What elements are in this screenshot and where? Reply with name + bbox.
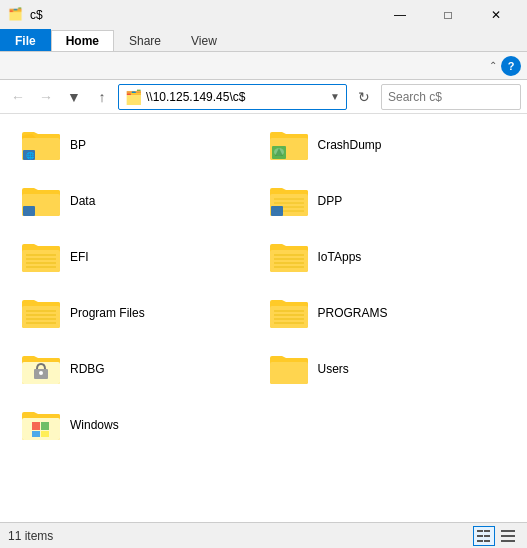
address-input[interactable] xyxy=(146,90,326,104)
folder-icon-dpp xyxy=(270,184,310,218)
svg-rect-27 xyxy=(270,250,308,272)
title-bar-left: 🗂️ c$ xyxy=(8,7,43,23)
content-area: 🌐 BP Crash xyxy=(0,114,527,522)
svg-rect-55 xyxy=(41,431,49,437)
address-row: ← → ▼ ↑ 🗂️ ▼ ↻ 🔍 xyxy=(0,80,527,114)
svg-rect-21 xyxy=(22,250,60,272)
folder-item-iotapps[interactable]: IoTApps xyxy=(264,236,464,278)
svg-rect-59 xyxy=(484,535,490,537)
search-input[interactable] xyxy=(388,90,527,104)
tab-share[interactable]: Share xyxy=(114,30,176,51)
address-folder-icon: 🗂️ xyxy=(125,89,142,105)
up-button[interactable]: ↑ xyxy=(90,85,114,109)
folder-label-users: Users xyxy=(318,362,349,376)
folder-item-programs[interactable]: PROGRAMS xyxy=(264,292,464,334)
folder-icon-data xyxy=(22,184,62,218)
svg-rect-49 xyxy=(270,362,308,384)
back-button[interactable]: ← xyxy=(6,85,30,109)
address-dropdown-icon[interactable]: ▼ xyxy=(330,91,340,102)
svg-rect-54 xyxy=(32,431,40,437)
tab-view[interactable]: View xyxy=(176,30,232,51)
svg-rect-39 xyxy=(270,306,308,328)
folder-label-crashdump: CrashDump xyxy=(318,138,382,152)
folder-label-rdbg: RDBG xyxy=(70,362,105,376)
folder-item-bp[interactable]: 🌐 BP xyxy=(16,124,216,166)
folder-label-bp: BP xyxy=(70,138,86,152)
svg-rect-58 xyxy=(477,535,483,537)
svg-text:🌐: 🌐 xyxy=(26,151,35,160)
status-item-count: 11 items xyxy=(8,529,53,543)
svg-rect-12 xyxy=(23,206,35,216)
tab-file[interactable]: File xyxy=(0,29,51,51)
svg-rect-52 xyxy=(32,422,40,430)
folder-label-dpp: DPP xyxy=(318,194,343,208)
window-controls: — □ ✕ xyxy=(377,0,519,30)
folder-icon-efi xyxy=(22,240,62,274)
svg-point-47 xyxy=(39,371,43,375)
folder-icon-users xyxy=(270,352,310,386)
svg-rect-64 xyxy=(501,540,515,542)
maximize-button[interactable]: □ xyxy=(425,0,471,30)
svg-rect-19 xyxy=(271,206,283,216)
file-list: 🌐 BP Crash xyxy=(0,114,527,522)
folder-item-users[interactable]: Users xyxy=(264,348,464,390)
folder-label-windows: Windows xyxy=(70,418,119,432)
refresh-button[interactable]: ↻ xyxy=(351,84,377,110)
svg-rect-61 xyxy=(484,540,490,542)
view-details-button[interactable] xyxy=(473,526,495,546)
folder-item-data[interactable]: Data xyxy=(16,180,216,222)
help-button[interactable]: ? xyxy=(501,56,521,76)
folder-icon-windows xyxy=(22,408,62,442)
folder-icon-programs xyxy=(270,296,310,330)
folder-label-efi: EFI xyxy=(70,250,89,264)
svg-rect-62 xyxy=(501,530,515,532)
folder-icon-bp: 🌐 xyxy=(22,128,62,162)
ribbon-area: ⌃ ? xyxy=(0,52,527,80)
view-tiles-button[interactable] xyxy=(497,526,519,546)
folder-label-iotapps: IoTApps xyxy=(318,250,362,264)
folder-item-dpp[interactable]: DPP xyxy=(264,180,464,222)
svg-rect-63 xyxy=(501,535,515,537)
view-buttons xyxy=(473,526,519,546)
folder-label-programs: PROGRAMS xyxy=(318,306,388,320)
recent-locations-button[interactable]: ▼ xyxy=(62,85,86,109)
svg-rect-56 xyxy=(477,530,483,532)
folder-grid: 🌐 BP Crash xyxy=(16,124,511,446)
search-box[interactable]: 🔍 xyxy=(381,84,521,110)
folder-icon-rdbg xyxy=(22,352,62,386)
folder-item-efi[interactable]: EFI xyxy=(16,236,216,278)
folder-label-data: Data xyxy=(70,194,95,208)
folder-icon-programfiles xyxy=(22,296,62,330)
window-icon: 🗂️ xyxy=(8,7,24,23)
folder-item-crashdump[interactable]: CrashDump xyxy=(264,124,464,166)
tab-home[interactable]: Home xyxy=(51,30,114,51)
folder-icon-crashdump xyxy=(270,128,310,162)
close-button[interactable]: ✕ xyxy=(473,0,519,30)
ribbon-tabs: File Home Share View xyxy=(0,30,527,52)
folder-item-windows[interactable]: Windows xyxy=(16,404,216,446)
svg-rect-57 xyxy=(484,530,490,532)
forward-button[interactable]: → xyxy=(34,85,58,109)
title-bar: 🗂️ c$ — □ ✕ xyxy=(0,0,527,30)
folder-label-programfiles: Program Files xyxy=(70,306,145,320)
address-bar[interactable]: 🗂️ ▼ xyxy=(118,84,347,110)
svg-rect-53 xyxy=(41,422,49,430)
status-bar: 11 items xyxy=(0,522,527,548)
minimize-button[interactable]: — xyxy=(377,0,423,30)
folder-item-rdbg[interactable]: RDBG xyxy=(16,348,216,390)
window-title: c$ xyxy=(30,8,43,22)
folder-icon-iotapps xyxy=(270,240,310,274)
svg-rect-60 xyxy=(477,540,483,542)
ribbon-chevron-icon[interactable]: ⌃ xyxy=(489,60,497,71)
folder-item-programfiles[interactable]: Program Files xyxy=(16,292,216,334)
svg-rect-33 xyxy=(22,306,60,328)
